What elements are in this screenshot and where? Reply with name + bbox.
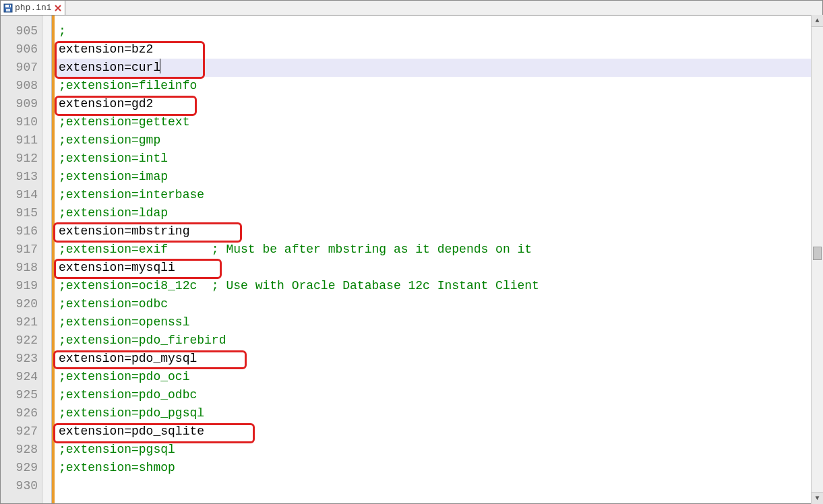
vertical-scrollbar[interactable]: ▲ ▼ <box>811 15 823 504</box>
editor-tab[interactable]: php.ini <box>1 1 65 15</box>
code-line[interactable]: ;extension=gmp <box>55 131 822 150</box>
code-line[interactable]: ;extension=intl <box>55 150 822 168</box>
code-text: ;extension=pdo_odbc <box>59 388 197 402</box>
code-line[interactable]: ;extension=pdo_firebird <box>55 332 822 350</box>
line-number: 910 <box>1 113 42 131</box>
code-line[interactable]: ;extension=oci8_12c ; Use with Oracle Da… <box>55 277 822 295</box>
code-text: ;extension=gmp <box>59 133 160 147</box>
line-number: 930 <box>1 477 42 495</box>
code-line[interactable]: ;extension=shmop <box>55 459 822 477</box>
code-text: ;extension=fileinfo <box>59 79 197 92</box>
code-line[interactable]: extension=mbstring <box>55 222 822 241</box>
line-number: 914 <box>1 186 42 204</box>
line-number: 921 <box>1 313 42 332</box>
line-number: 928 <box>1 441 42 459</box>
code-text: extension=mbstring <box>59 224 189 238</box>
code-line[interactable]: extension=mysqli <box>55 259 822 277</box>
code-text: ;extension=ldap <box>59 206 168 220</box>
code-text: ;extension=odbc <box>59 297 168 311</box>
line-number: 924 <box>1 368 42 386</box>
line-number: 923 <box>1 350 42 368</box>
line-number: 913 <box>1 168 42 186</box>
code-text: ;extension=pgsql <box>59 443 175 456</box>
code-line[interactable]: ;extension=pdo_pgsql <box>55 404 822 422</box>
code-line[interactable]: extension=bz2 <box>55 40 822 59</box>
code-text: extension=mysqli <box>59 261 175 274</box>
line-number: 929 <box>1 459 42 477</box>
code-text: ;extension=intl <box>59 152 168 165</box>
line-number: 922 <box>1 332 42 350</box>
line-number: 907 <box>1 59 42 77</box>
code-line[interactable]: ;extension=interbase <box>55 186 822 204</box>
close-icon[interactable] <box>54 4 62 12</box>
scroll-up-arrow[interactable]: ▲ <box>812 15 823 27</box>
line-number: 906 <box>1 40 42 59</box>
code-line[interactable]: extension=curl <box>55 59 822 77</box>
text-caret <box>160 59 160 73</box>
code-text: ;extension=pdo_firebird <box>59 334 226 347</box>
code-line[interactable]: extension=gd2 <box>55 95 822 113</box>
code-line[interactable]: ;extension=openssl <box>55 313 822 332</box>
line-number-gutter: 9059069079089099109119129139149159169179… <box>1 15 42 503</box>
svg-rect-2 <box>6 9 10 11</box>
save-icon <box>3 3 13 13</box>
tab-filename: php.ini <box>15 3 52 13</box>
code-text: ; <box>59 24 66 38</box>
code-line[interactable]: ;extension=ldap <box>55 204 822 222</box>
line-number: 926 <box>1 404 42 422</box>
scroll-down-arrow[interactable]: ▼ <box>812 492 823 504</box>
code-line[interactable]: ;extension=pdo_oci <box>55 368 822 386</box>
code-line[interactable]: extension=pdo_mysql <box>55 350 822 368</box>
code-text: ;extension=pdo_pgsql <box>59 406 204 420</box>
line-number: 915 <box>1 204 42 222</box>
line-number: 905 <box>1 22 42 40</box>
code-text: extension=curl <box>59 61 160 74</box>
code-line[interactable] <box>55 477 822 495</box>
code-line[interactable]: ;extension=pgsql <box>55 441 822 459</box>
code-line[interactable]: ; <box>55 22 822 40</box>
code-line[interactable]: ;extension=odbc <box>55 295 822 313</box>
line-number: 917 <box>1 241 42 259</box>
code-line[interactable]: ;extension=gettext <box>55 113 822 131</box>
code-line[interactable]: ;extension=pdo_odbc <box>55 386 822 404</box>
code-text: ;extension=shmop <box>59 461 175 474</box>
code-text: ;extension=gettext <box>59 115 189 129</box>
code-text: extension=pdo_sqlite <box>59 424 204 438</box>
line-number: 912 <box>1 150 42 168</box>
line-number: 918 <box>1 259 42 277</box>
code-text: ;extension=exif ; Must be after mbstring… <box>59 243 532 256</box>
svg-rect-3 <box>9 5 10 7</box>
line-number: 911 <box>1 131 42 150</box>
scrollbar-thumb[interactable] <box>813 247 822 260</box>
code-text: ;extension=oci8_12c ; Use with Oracle Da… <box>59 279 539 292</box>
code-line[interactable]: extension=pdo_sqlite <box>55 422 822 441</box>
code-text: ;extension=imap <box>59 170 168 183</box>
line-number: 909 <box>1 95 42 113</box>
code-text: extension=gd2 <box>59 97 153 111</box>
fold-margin <box>42 15 52 503</box>
code-text: extension=pdo_mysql <box>59 352 197 365</box>
code-text: ;extension=pdo_oci <box>59 370 189 383</box>
code-text: extension=bz2 <box>59 42 153 56</box>
line-number: 925 <box>1 386 42 404</box>
line-number: 927 <box>1 422 42 441</box>
line-number: 916 <box>1 222 42 241</box>
tab-bar: php.ini <box>1 1 822 15</box>
code-line[interactable]: ;extension=exif ; Must be after mbstring… <box>55 241 822 259</box>
code-text: ;extension=openssl <box>59 315 189 329</box>
code-line[interactable]: ;extension=imap <box>55 168 822 186</box>
code-line[interactable]: ;extension=fileinfo <box>55 77 822 95</box>
code-text: ;extension=interbase <box>59 188 204 201</box>
code-area[interactable]: ;extension=bz2extension=curl;extension=f… <box>55 15 822 503</box>
line-number: 919 <box>1 277 42 295</box>
editor: 9059069079089099109119129139149159169179… <box>1 15 822 503</box>
line-number: 920 <box>1 295 42 313</box>
line-number: 908 <box>1 77 42 95</box>
